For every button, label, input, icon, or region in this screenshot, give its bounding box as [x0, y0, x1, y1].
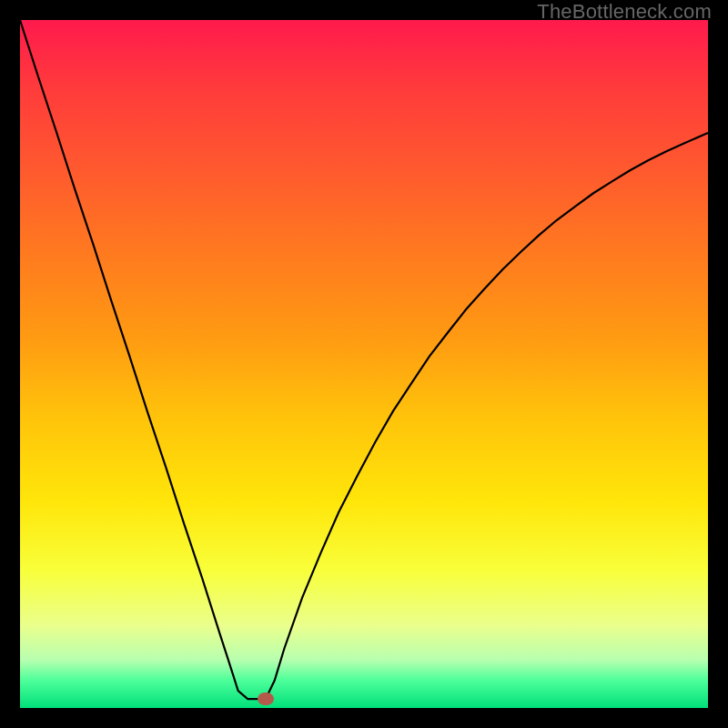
chart-frame	[0, 0, 728, 728]
watermark-text: TheBottleneck.com	[537, 0, 712, 24]
